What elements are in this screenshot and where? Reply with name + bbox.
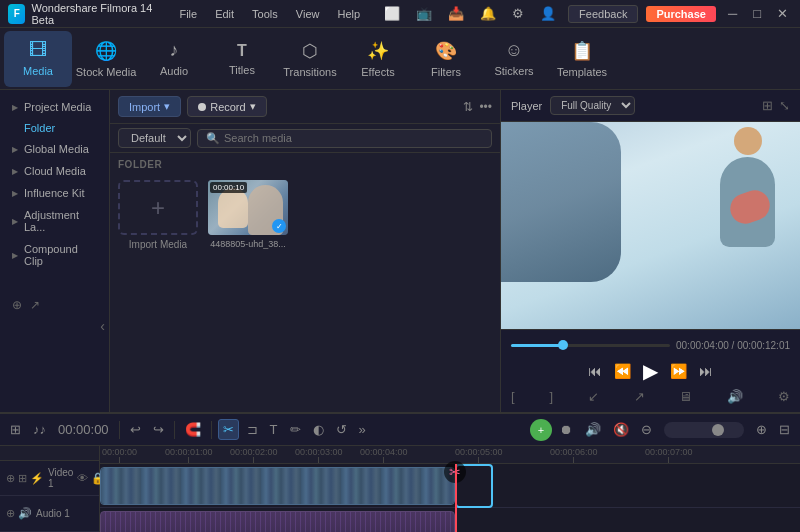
minimize-icon[interactable]: ─ <box>724 4 741 23</box>
zoom-slider-thumb[interactable] <box>712 424 724 436</box>
tab-titles[interactable]: T Titles <box>208 31 276 87</box>
menu-bar: F Wondershare Filmora 14 Beta File Edit … <box>0 0 800 28</box>
timeline-remove-icon[interactable]: ⊖ <box>637 420 656 439</box>
player-icon-1[interactable]: ⊞ <box>762 98 773 113</box>
app-title: Wondershare Filmora 14 Beta <box>31 2 159 26</box>
player-panel: Player Full Quality ⊞ ⤡ <box>500 90 800 412</box>
trim-icon[interactable]: ⊐ <box>243 420 262 439</box>
panel-bottom-icon-1[interactable]: ⊕ <box>12 298 22 312</box>
window-icon-1[interactable]: ⬜ <box>380 4 404 23</box>
video-check-icon: ✓ <box>272 219 286 233</box>
playhead-line <box>455 464 457 532</box>
timeline-audio-icon[interactable]: ♪♪ <box>29 420 50 439</box>
maximize-icon[interactable]: □ <box>749 4 765 23</box>
player-mark-out-icon[interactable]: ] <box>549 389 553 404</box>
menu-edit[interactable]: Edit <box>207 6 242 22</box>
layout-icon[interactable]: ⊟ <box>775 420 794 439</box>
player-progress-track[interactable] <box>511 344 670 347</box>
scissors-tool-icon[interactable]: ✂ <box>218 419 239 440</box>
purchase-button[interactable]: Purchase <box>646 6 716 22</box>
snap-icon[interactable]: 🧲 <box>181 420 205 439</box>
player-step-forward-icon[interactable]: ⏩ <box>670 363 687 379</box>
feedback-button[interactable]: Feedback <box>568 5 638 23</box>
record-button[interactable]: Record ▾ <box>187 96 266 117</box>
more-icon[interactable]: ••• <box>479 100 492 114</box>
zoom-slider-track[interactable] <box>664 422 744 438</box>
window-icon-2[interactable]: 📺 <box>412 4 436 23</box>
video-clip[interactable] <box>100 467 455 505</box>
window-icon-6[interactable]: 👤 <box>536 4 560 23</box>
default-filter-select[interactable]: Default <box>118 128 191 148</box>
player-volume-icon[interactable]: 🔊 <box>727 389 743 404</box>
tab-filters[interactable]: 🎨 Filters <box>412 31 480 87</box>
video-thumbnail[interactable]: 00:00:10 ✓ <box>208 180 288 235</box>
tab-audio[interactable]: ♪ Audio <box>140 31 208 87</box>
player-overwrite-icon[interactable]: ↗ <box>634 389 645 404</box>
sidebar-item-adjustment[interactable]: ▶ Adjustment La... <box>0 204 109 238</box>
track-eye-icon[interactable]: 👁 <box>77 472 88 485</box>
player-skip-back-icon[interactable]: ⏮ <box>588 363 602 379</box>
media-toolbar-bar: Import ▾ Record ▾ ⇅ ••• <box>110 90 500 124</box>
window-icon-5[interactable]: ⚙ <box>508 4 528 23</box>
sidebar-item-cloud-media[interactable]: ▶ Cloud Media <box>0 160 109 182</box>
menu-file[interactable]: File <box>171 6 205 22</box>
sidebar-item-compound[interactable]: ▶ Compound Clip <box>0 238 109 272</box>
import-button[interactable]: Import ▾ <box>118 96 181 117</box>
player-insert-icon[interactable]: ↙ <box>588 389 599 404</box>
import-media-label: Import Media <box>129 239 187 250</box>
tab-transitions[interactable]: ⬡ Transitions <box>276 31 344 87</box>
menu-view[interactable]: View <box>288 6 328 22</box>
player-skip-forward-icon[interactable]: ⏭ <box>699 363 713 379</box>
timeline-mute-icon[interactable]: 🔇 <box>609 420 633 439</box>
player-step-back-icon[interactable]: ⏪ <box>614 363 631 379</box>
sidebar-item-project-media[interactable]: ▶ Project Media <box>0 96 109 118</box>
tab-stock-media[interactable]: 🌐 Stock Media <box>72 31 140 87</box>
import-media-item[interactable]: + Import Media <box>118 180 198 250</box>
menu-tools[interactable]: Tools <box>244 6 286 22</box>
sidebar-item-influence-kit[interactable]: ▶ Influence Kit <box>0 182 109 204</box>
color-icon[interactable]: ◐ <box>309 420 328 439</box>
track-speaker-icon[interactable]: 🔊 <box>18 507 32 520</box>
tab-effects[interactable]: ✨ Effects <box>344 31 412 87</box>
timeline-speaker-icon[interactable]: 🔊 <box>581 420 605 439</box>
tab-stickers[interactable]: ☺ Stickers <box>480 31 548 87</box>
text-icon[interactable]: T <box>266 420 282 439</box>
draw-icon[interactable]: ✏ <box>286 420 305 439</box>
add-to-timeline-button[interactable]: + <box>530 419 552 441</box>
sidebar-item-global-media[interactable]: ▶ Global Media <box>0 138 109 160</box>
sort-icon[interactable]: ⇅ <box>463 100 473 114</box>
menu-help[interactable]: Help <box>329 6 368 22</box>
tab-templates[interactable]: 📋 Templates <box>548 31 616 87</box>
redo-icon[interactable]: ↪ <box>149 420 168 439</box>
panel-collapse-icon[interactable]: ‹ <box>100 318 105 334</box>
close-icon[interactable]: ✕ <box>773 4 792 23</box>
timeline-record-icon[interactable]: ⏺ <box>556 420 577 439</box>
undo-icon[interactable]: ↩ <box>126 420 145 439</box>
player-settings-icon[interactable]: ⚙ <box>778 389 790 404</box>
window-icon-4[interactable]: 🔔 <box>476 4 500 23</box>
more-tools-icon[interactable]: » <box>355 420 370 439</box>
track-speed-icon[interactable]: ⚡ <box>30 472 44 485</box>
quality-select[interactable]: Full Quality <box>550 96 635 115</box>
video-clip-item[interactable]: 00:00:10 ✓ 4488805-uhd_38... <box>208 180 288 250</box>
zoom-in-icon[interactable]: ⊕ <box>752 420 771 439</box>
player-progress-thumb[interactable] <box>558 340 568 350</box>
player-mark-in-icon[interactable]: [ <box>511 389 515 404</box>
record-label: Record <box>210 101 245 113</box>
track-frames-icon[interactable]: ⊞ <box>18 472 27 485</box>
player-play-icon[interactable]: ▶ <box>643 359 658 383</box>
import-plus-icon: + <box>151 194 165 222</box>
window-icon-3[interactable]: 📥 <box>444 4 468 23</box>
track-add-icon[interactable]: ⊕ <box>6 472 15 485</box>
reverse-icon[interactable]: ↺ <box>332 420 351 439</box>
audio-clip[interactable] <box>100 511 455 532</box>
sidebar-item-folder[interactable]: Folder <box>0 118 109 138</box>
track-add-audio-icon[interactable]: ⊕ <box>6 507 15 520</box>
tab-media[interactable]: 🎞 Media <box>4 31 72 87</box>
search-input[interactable] <box>224 132 483 144</box>
player-icon-2[interactable]: ⤡ <box>779 98 790 113</box>
import-thumb[interactable]: + <box>118 180 198 235</box>
panel-bottom-icon-2[interactable]: ↗ <box>30 298 40 312</box>
timeline-settings-icon[interactable]: ⊞ <box>6 420 25 439</box>
player-monitor-icon[interactable]: 🖥 <box>679 389 692 404</box>
